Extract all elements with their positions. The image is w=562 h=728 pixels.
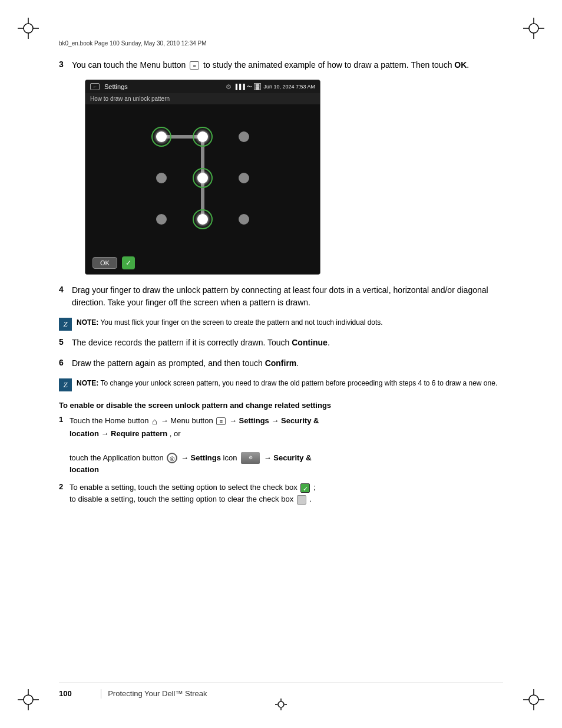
device-screenshot: ← Settings ⚙ ▐▐▐ 〜 ▓ Jun 10, 2024 7:53 A… xyxy=(85,80,320,275)
device-back-button[interactable]: ← xyxy=(90,83,100,90)
step-6-period: . xyxy=(296,358,299,368)
substep-2-semicolon: ; xyxy=(313,483,316,492)
corner-mark-bl xyxy=(18,689,39,710)
pattern-area xyxy=(85,104,320,252)
dot-cell-1-1 xyxy=(182,157,223,199)
footer-separator: | xyxy=(100,688,102,699)
device-screenshot-wrapper: ← Settings ⚙ ▐▐▐ 〜 ▓ Jun 10, 2024 7:53 A… xyxy=(72,80,503,275)
step-3-text-after: to study the animated example of how to … xyxy=(203,60,452,70)
step-6-block: 6 Draw the pattern again as prompted, an… xyxy=(59,357,503,370)
note-1-label: NOTE: xyxy=(77,318,98,327)
arrow-5: → xyxy=(181,453,189,462)
dot-cell-1-2 xyxy=(223,157,265,199)
dot-2-0 xyxy=(156,214,167,225)
dot-ring-0-1 xyxy=(193,127,213,147)
step-6-bold: Confirm xyxy=(265,358,297,368)
main-content: 3 You can touch the Menu button ≡ to stu… xyxy=(59,59,503,681)
step-3-number: 3 xyxy=(59,59,72,69)
dot-1-0 xyxy=(156,173,167,183)
home-icon: ⌂ xyxy=(152,416,157,426)
step-5-text: The device records the pattern if it is … xyxy=(72,337,503,349)
substep-1-settings: Settings xyxy=(239,416,269,425)
substep-1-security: Security & xyxy=(281,416,319,425)
step-6-number: 6 xyxy=(59,357,72,367)
corner-mark-br xyxy=(523,689,544,710)
svg-point-5 xyxy=(529,24,538,33)
svg-point-20 xyxy=(278,701,284,707)
dot-cell-0-2 xyxy=(223,116,265,157)
substep-2-text: To enable a setting, touch the setting o… xyxy=(70,482,503,505)
substep-1-or: , or xyxy=(170,429,181,438)
step-6-text-before: Draw the pattern again as prompted, and … xyxy=(72,358,263,368)
step-3-text-before: You can touch the Menu button xyxy=(72,60,186,70)
footer: 100 | Protecting Your Dell™ Streak xyxy=(59,683,503,699)
note-2-label: NOTE: xyxy=(77,379,98,387)
dot-grid-wrapper xyxy=(141,116,265,240)
dot-cell-2-1 xyxy=(182,199,223,240)
checkbox-unchecked-icon xyxy=(297,495,306,505)
device-settings-title: Settings xyxy=(104,83,128,90)
menu-icon-small: ≡ xyxy=(216,417,226,425)
device-ok-button[interactable]: OK xyxy=(92,257,117,269)
step-3-ok-bold: OK xyxy=(454,60,467,70)
substep-1-settings2: Settings xyxy=(191,453,221,462)
note-2-text: NOTE: To change your unlock screen patte… xyxy=(77,378,497,388)
substep-1-text: Touch the Home button ⌂ → Menu button ≡ … xyxy=(70,414,503,476)
dot-ring-0-0 xyxy=(151,127,171,147)
dot-2-2 xyxy=(239,214,249,225)
arrow-6: → xyxy=(264,453,272,462)
step-5-bold: Continue xyxy=(292,338,328,347)
step-5-text-before: The device records the pattern if it is … xyxy=(72,338,289,347)
svg-point-15 xyxy=(529,695,538,704)
arrow-1: → xyxy=(161,416,168,425)
step-3-block: 3 You can touch the Menu button ≡ to stu… xyxy=(59,59,503,71)
substep-1-icon-text: icon xyxy=(223,453,237,462)
step-5-number: 5 xyxy=(59,337,72,347)
svg-point-10 xyxy=(24,695,33,704)
svg-point-0 xyxy=(24,24,33,33)
arrow-2: → xyxy=(229,416,237,425)
footer-page-number: 100 xyxy=(59,689,94,698)
substep-2-text1: To enable a setting, touch the setting o… xyxy=(70,483,297,492)
corner-mark-tr xyxy=(523,18,544,39)
dot-1-2 xyxy=(239,173,249,183)
note-1-body-text: You must flick your finger on the screen… xyxy=(100,318,382,327)
step-4-number: 4 xyxy=(59,284,72,294)
substep-2-period: . xyxy=(309,495,312,503)
step-5-period: . xyxy=(328,338,330,347)
dot-0-2 xyxy=(239,131,249,142)
device-ok-check-icon: ✓ xyxy=(122,256,135,269)
section-heading: To enable or disable the screen unlock p… xyxy=(59,401,503,410)
note-2-body-text: To change your unlock screen pattern, yo… xyxy=(100,379,497,387)
step-5-block: 5 The device records the pattern if it i… xyxy=(59,337,503,349)
dot-cell-0-0 xyxy=(141,116,182,157)
file-info: bk0_en.book Page 100 Sunday, May 30, 201… xyxy=(59,40,207,47)
substep-2-number: 2 xyxy=(59,482,70,491)
dot-grid xyxy=(141,116,265,240)
note-1-text: NOTE: You must flick your finger on the … xyxy=(77,317,383,328)
bottom-center-mark xyxy=(275,699,287,710)
arrow-3: → xyxy=(271,416,279,425)
dot-cell-2-0 xyxy=(141,199,182,240)
substep-2-text3: to disable a setting, touch the setting … xyxy=(70,495,293,503)
device-subheader: How to draw an unlock pattern xyxy=(85,93,320,104)
substep-1-touch: touch the Application button xyxy=(70,453,164,462)
step-3-text: You can touch the Menu button ≡ to study… xyxy=(72,59,503,71)
footer-title: Protecting Your Dell™ Streak xyxy=(108,689,207,698)
note-1-block: Z NOTE: You must flick your finger on th… xyxy=(59,317,503,331)
note-2-icon: Z xyxy=(59,378,72,391)
settings-icon-inline: ⚙ xyxy=(241,452,260,464)
statusbar-right-group: ⚙ ▐▐▐ 〜 ▓ Jun 10, 2024 7:53 AM xyxy=(226,83,315,91)
app-button-icon: ◎ xyxy=(167,453,177,463)
corner-mark-tl xyxy=(18,18,39,39)
battery-icon: ▓ xyxy=(254,83,262,90)
substep-1-menu-text: Menu button xyxy=(170,416,213,425)
substep-1-security2: Security & xyxy=(273,453,311,462)
dot-cell-0-1 xyxy=(182,116,223,157)
arrow-4: → xyxy=(101,429,108,438)
substep-1-location: location xyxy=(70,429,99,438)
note-1-icon: Z xyxy=(59,318,72,331)
note-2-block: Z NOTE: To change your unlock screen pat… xyxy=(59,378,503,391)
substep-1-text-before: Touch the Home button xyxy=(70,416,148,425)
status-icons: ▐▐▐ 〜 ▓ xyxy=(234,83,262,91)
